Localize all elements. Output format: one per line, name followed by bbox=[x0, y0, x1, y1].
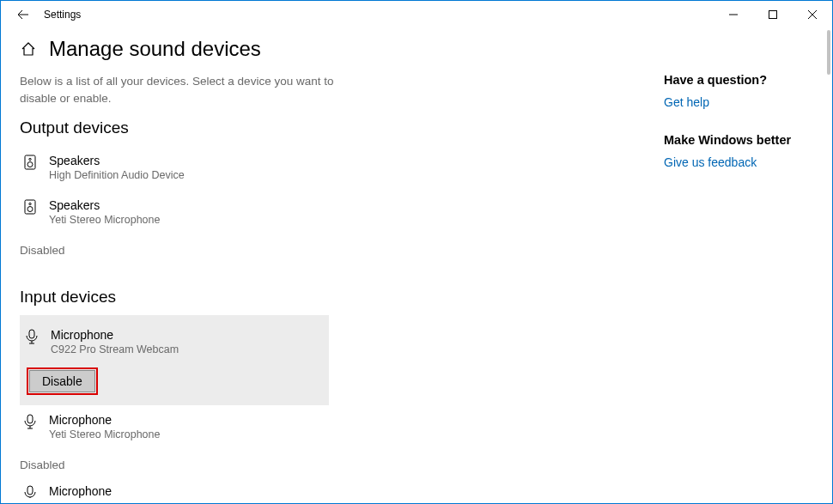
device-name: Speakers bbox=[49, 153, 185, 168]
disabled-section-label: Disabled bbox=[20, 453, 638, 477]
device-sub: Yeti Stereo Microphone bbox=[49, 213, 160, 228]
output-device-item[interactable]: Speakers High Definition Audio Device bbox=[20, 146, 329, 191]
get-help-link[interactable]: Get help bbox=[664, 95, 813, 109]
device-name: Microphone bbox=[49, 483, 185, 498]
window-title: Settings bbox=[44, 9, 81, 21]
feedback-heading: Make Windows better bbox=[664, 133, 813, 147]
input-device-item[interactable]: Microphone Yeti Stereo Microphone bbox=[20, 405, 329, 450]
input-device-item-disabled[interactable]: Microphone High Definition Audio Device bbox=[20, 477, 329, 498]
svg-rect-7 bbox=[29, 330, 34, 338]
scrollbar-thumb[interactable] bbox=[827, 30, 830, 75]
microphone-icon bbox=[21, 413, 39, 430]
device-sub: C922 Pro Stream Webcam bbox=[51, 343, 179, 358]
disabled-section-label: Disabled bbox=[20, 239, 638, 262]
input-devices-heading: Input devices bbox=[20, 288, 638, 307]
device-name: Speakers bbox=[49, 197, 160, 213]
maximize-icon bbox=[769, 10, 777, 19]
svg-point-6 bbox=[27, 206, 33, 211]
svg-point-5 bbox=[29, 203, 31, 204]
sidebar: Have a question? Get help Make Windows b… bbox=[638, 73, 813, 498]
svg-rect-9 bbox=[27, 486, 33, 495]
svg-rect-8 bbox=[27, 415, 33, 423]
minimize-icon bbox=[729, 10, 738, 19]
highlight-annotation: Disable bbox=[27, 367, 98, 395]
back-button[interactable] bbox=[9, 1, 37, 28]
maximize-button[interactable] bbox=[753, 1, 793, 28]
speaker-icon bbox=[21, 154, 39, 171]
svg-rect-0 bbox=[769, 11, 777, 19]
device-sub: High Definition Audio Device bbox=[49, 168, 185, 184]
close-icon bbox=[808, 10, 817, 19]
microphone-icon bbox=[23, 328, 40, 345]
page-description: Below is a list of all your devices. Sel… bbox=[20, 73, 337, 106]
help-heading: Have a question? bbox=[664, 73, 813, 87]
minimize-button[interactable] bbox=[714, 1, 753, 28]
window-controls bbox=[714, 1, 832, 28]
close-button[interactable] bbox=[793, 1, 832, 28]
svg-point-3 bbox=[27, 162, 33, 167]
arrow-left-icon bbox=[17, 9, 29, 21]
device-name: Microphone bbox=[51, 327, 179, 343]
svg-point-2 bbox=[29, 158, 31, 160]
main-content: Below is a list of all your devices. Sel… bbox=[20, 73, 638, 498]
device-sub: Yeti Stereo Microphone bbox=[49, 428, 160, 443]
home-icon[interactable] bbox=[20, 40, 37, 58]
disable-button[interactable]: Disable bbox=[29, 370, 95, 392]
microphone-icon bbox=[21, 484, 39, 498]
speaker-icon bbox=[21, 198, 39, 216]
give-feedback-link[interactable]: Give us feedback bbox=[664, 155, 813, 169]
titlebar: Settings bbox=[1, 1, 832, 28]
output-device-item[interactable]: Speakers Yeti Stereo Microphone bbox=[20, 191, 329, 235]
page-title: Manage sound devices bbox=[49, 37, 261, 61]
page-header: Manage sound devices bbox=[1, 28, 832, 73]
input-device-item-selected[interactable]: Microphone C922 Pro Stream Webcam bbox=[20, 315, 329, 368]
output-devices-heading: Output devices bbox=[20, 118, 638, 137]
device-action-area: Disable bbox=[20, 367, 329, 405]
device-name: Microphone bbox=[49, 412, 160, 428]
